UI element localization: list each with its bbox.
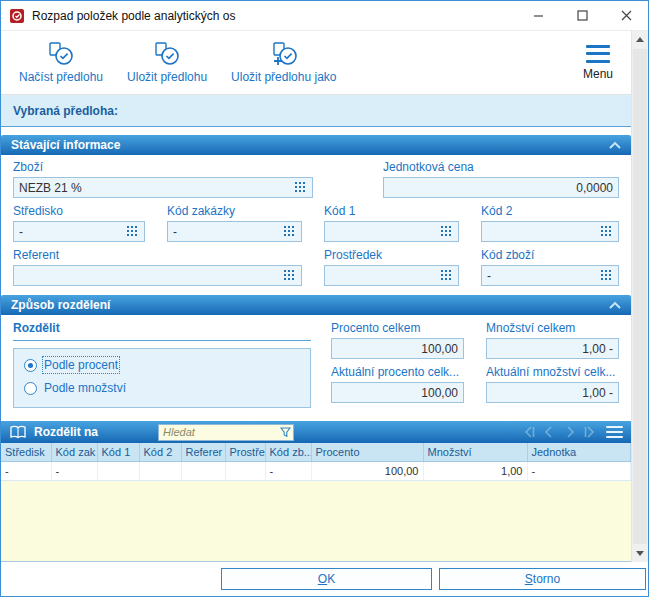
zbozi-input[interactable]: NEZB 21 % — [13, 177, 313, 198]
distribution-body: Rozdělit Podle procent Podle množství — [1, 315, 631, 417]
mnozstvi-celkem-input[interactable]: 1,00 - — [486, 338, 619, 359]
kod1-input[interactable] — [324, 221, 459, 242]
kod-zakazky-input[interactable]: - — [167, 221, 302, 242]
column-header[interactable]: Prostře — [225, 443, 265, 461]
radio-group: Podle procent Podle množství — [13, 348, 311, 408]
nav-last-icon — [582, 425, 597, 439]
save-template-as-icon — [270, 41, 298, 67]
stredisko-input[interactable]: - — [13, 221, 145, 242]
content-column: Načíst předlohu Uložit předlohu — [1, 31, 631, 562]
save-template-label: Uložit předlohu — [127, 70, 207, 84]
minimize-button[interactable] — [516, 1, 560, 30]
scroll-down-icon[interactable] — [632, 545, 648, 562]
aktualni-mnozstvi-input[interactable]: 1,00 - — [486, 382, 619, 403]
unit-price-label: Jednotková cena — [383, 160, 619, 174]
aktualni-procento-input[interactable]: 100,00 — [331, 382, 464, 403]
referent-input[interactable] — [13, 265, 302, 286]
book-icon — [9, 425, 27, 439]
maximize-button[interactable] — [560, 1, 604, 30]
column-header[interactable]: Procento — [311, 443, 423, 461]
collapse-chevron-icon[interactable] — [609, 141, 621, 149]
search-input[interactable] — [158, 424, 294, 441]
cell-referent[interactable] — [181, 461, 225, 480]
column-header[interactable]: Jednotka — [527, 443, 631, 461]
vertical-scrollbar[interactable] — [631, 31, 648, 562]
cell-kod1[interactable] — [97, 461, 139, 480]
radio-unselected-icon — [24, 382, 37, 395]
selected-template-label: Vybraná předloha: — [13, 104, 118, 118]
procento-celkem-input[interactable]: 100,00 — [331, 338, 464, 359]
column-header[interactable]: Kód 1 — [97, 443, 139, 461]
unit-price-input[interactable]: 0,0000 — [383, 177, 619, 198]
column-header[interactable]: Kód 2 — [139, 443, 181, 461]
kod-zbozi-input[interactable]: - — [481, 265, 619, 286]
field-prostredek: Prostředek — [324, 248, 459, 286]
ok-button[interactable]: OK — [221, 568, 432, 590]
referent-label: Referent — [13, 248, 302, 262]
menu-button[interactable]: Menu — [575, 41, 621, 85]
table-header-row: Středisk Kód zak Kód 1 Kód 2 Referer Pro… — [1, 443, 631, 461]
cell-kod-zakazky[interactable]: - — [51, 461, 97, 480]
radio-podle-procent[interactable]: Podle procent — [24, 358, 300, 372]
selected-template-band: Vybraná předloha: — [1, 95, 631, 127]
filter-icon[interactable] — [280, 427, 291, 438]
stredisko-picker-icon[interactable] — [126, 226, 139, 238]
close-button[interactable] — [604, 1, 648, 30]
save-template-button[interactable]: Uložit předlohu — [115, 37, 219, 88]
cell-kod2[interactable] — [139, 461, 181, 480]
radio-podle-mnozstvi[interactable]: Podle množství — [24, 381, 300, 395]
radio-podle-procent-label: Podle procent — [44, 358, 118, 372]
load-template-label: Načíst předlohu — [19, 70, 103, 84]
app-icon[interactable] — [9, 8, 25, 24]
zbozi-picker-icon[interactable] — [294, 182, 307, 194]
aktualni-procento-label: Aktuální procento celk... — [331, 365, 464, 379]
column-header[interactable]: Kód zb... — [265, 443, 311, 461]
zbozi-value: NEZB 21 % — [19, 181, 290, 195]
field-kod1: Kód 1 — [324, 204, 459, 242]
prostredek-label: Prostředek — [324, 248, 459, 262]
kod-zbozi-picker-icon[interactable] — [600, 270, 613, 282]
cell-mnozstvi[interactable]: 1,00 — [423, 461, 527, 480]
save-template-as-button[interactable]: Uložit předlohu jako — [219, 37, 348, 88]
field-aktualni-mnozstvi: Aktuální množství celk... 1,00 - — [486, 365, 619, 403]
prostredek-picker-icon[interactable] — [440, 270, 453, 282]
kod2-label: Kód 2 — [481, 204, 619, 218]
cell-procento[interactable]: 100,00 — [311, 461, 423, 480]
column-header[interactable]: Referer — [181, 443, 225, 461]
load-template-icon — [47, 41, 75, 67]
table-row[interactable]: - - - 100,00 1,00 - — [1, 461, 631, 480]
column-header[interactable]: Středisk — [1, 443, 51, 461]
load-template-button[interactable]: Načíst předlohu — [7, 37, 115, 88]
kod-zakazky-picker-icon[interactable] — [283, 226, 296, 238]
column-header[interactable]: Množství — [423, 443, 527, 461]
prostredek-input[interactable] — [324, 265, 459, 286]
cell-prostredek[interactable] — [225, 461, 265, 480]
footer: OK Storno — [1, 562, 648, 596]
field-unit-price: Jednotková cena 0,0000 — [383, 160, 619, 198]
nav-next-icon — [562, 425, 577, 439]
distribution-left: Rozdělit Podle procent Podle množství — [13, 321, 311, 408]
scroll-up-icon[interactable] — [632, 31, 648, 48]
column-header[interactable]: Kód zak — [51, 443, 97, 461]
field-stredisko: Středisko - — [13, 204, 145, 242]
procento-celkem-value: 100,00 — [337, 342, 458, 356]
storno-button[interactable]: Storno — [439, 568, 646, 590]
scrollbar-thumb[interactable] — [633, 49, 647, 544]
field-referent: Referent — [13, 248, 302, 286]
unit-price-value: 0,0000 — [389, 181, 613, 195]
collapse-chevron-icon[interactable] — [609, 301, 621, 309]
maximize-icon — [577, 10, 588, 21]
cell-kod-zbozi[interactable]: - — [265, 461, 311, 480]
section-distribution-header: Způsob rozdělení — [1, 295, 631, 315]
referent-picker-icon[interactable] — [283, 270, 296, 282]
grid-menu-icon[interactable] — [606, 425, 623, 439]
search-box — [158, 424, 294, 441]
cell-jednotka[interactable]: - — [527, 461, 631, 480]
kod1-picker-icon[interactable] — [440, 226, 453, 238]
cell-stredisko[interactable]: - — [1, 461, 51, 480]
field-aktualni-procento: Aktuální procento celk... 100,00 — [331, 365, 464, 403]
rozdelit-label: Rozdělit — [13, 321, 311, 341]
close-icon — [621, 10, 632, 21]
kod2-picker-icon[interactable] — [600, 226, 613, 238]
kod2-input[interactable] — [481, 221, 619, 242]
